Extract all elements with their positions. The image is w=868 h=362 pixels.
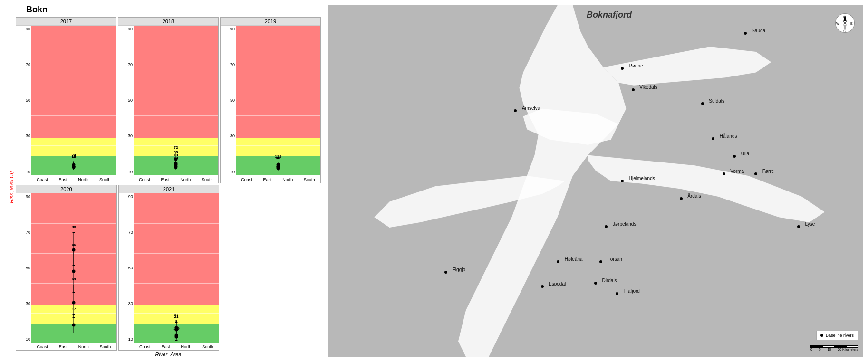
bottom-spacer — [221, 185, 321, 351]
chart-2018: 2018 90 70 50 30 10 — [118, 17, 219, 183]
svg-text:N: N — [843, 15, 846, 19]
map-place-label: Dirdals — [602, 278, 617, 283]
map-dot — [680, 197, 683, 200]
chart-header-2020: 2020 — [16, 185, 116, 193]
map-place-label: Amselva — [522, 105, 540, 111]
map-place-label: Hålands — [720, 133, 737, 139]
chart-2017: 2017 90 70 50 30 10 — [16, 17, 116, 183]
chart-inner-2017: 90 70 50 30 10 — [16, 26, 116, 183]
map-dot — [797, 225, 800, 228]
chart-2020: 2020 90 70 50 30 10 — [16, 185, 117, 351]
chart-plot-2018: 13551372 — [134, 26, 218, 176]
map-dot — [733, 155, 736, 158]
map-dot — [605, 225, 608, 228]
y-axis-2017: 90 70 50 30 10 — [16, 26, 31, 183]
legend-dot — [820, 334, 823, 337]
main-title: Bokn — [26, 5, 321, 15]
map-dot — [616, 292, 618, 295]
map-place-label: Frafjord — [623, 288, 639, 294]
chart-inner-2018: 90 70 50 30 10 — [118, 26, 218, 183]
xaxis-2017: Coast East North South — [31, 176, 116, 183]
map-dot — [744, 32, 747, 35]
y-axis-2019: 90 70 50 30 10 — [221, 26, 236, 183]
bottom-row: 2020 90 70 50 30 10 — [16, 185, 321, 351]
chart-inner-2021: 90 70 50 30 10 — [119, 193, 219, 351]
chart-plot-2021: 82127139 — [134, 193, 219, 343]
chart-2019: 2019 90 70 50 30 10 — [220, 17, 321, 183]
legend-box: Baseline rivers — [816, 331, 858, 340]
map-place-label: Hjelmelands — [629, 176, 655, 181]
xaxis-2018: Coast East North South — [134, 176, 218, 183]
chart-plot-2020: 17469869 — [31, 193, 116, 343]
charts-wrapper: Risk [95% CI] 2017 90 70 50 30 10 — [7, 17, 321, 357]
compass: W E N S — [834, 12, 856, 34]
map-place-label: Figgjo — [453, 267, 465, 272]
chart-header-2019: 2019 — [221, 18, 320, 26]
chart-header-2021: 2021 — [119, 185, 219, 193]
chart-header-2017: 2017 — [16, 18, 116, 26]
scale-bar: 0 5 10 20 Kilometers — [810, 344, 858, 351]
right-panel: Boknafjord W E N S — [323, 0, 868, 362]
svg-text:W: W — [836, 22, 839, 25]
svg-text:E: E — [850, 22, 853, 25]
map-dot — [621, 67, 624, 70]
svg-point-7 — [844, 22, 846, 24]
chart-2021: 2021 90 70 50 30 10 — [118, 185, 220, 351]
chart-plot-2019: 43037112 — [236, 26, 320, 176]
map-dot — [594, 282, 597, 285]
chart-plot-2017: 10143929 — [31, 26, 116, 176]
top-row: 2017 90 70 50 30 10 — [16, 17, 321, 183]
map-dot — [621, 180, 624, 182]
chart-inner-2020: 90 70 50 30 10 — [16, 193, 116, 351]
chart-inner-2019: 90 70 50 30 10 — [221, 26, 320, 183]
map-dot — [701, 102, 704, 105]
legend-label: Baseline rivers — [826, 333, 854, 338]
map-place-label: Høleåna — [565, 257, 583, 262]
map-place-label: Suldals — [709, 98, 724, 104]
y-axis-label: Risk [95% CI] — [9, 171, 14, 203]
map-dot — [632, 88, 635, 91]
map-place-label: Vikedals — [639, 85, 657, 90]
xaxis-2019: Coast East North South — [236, 176, 320, 183]
map-title: Boknafjord — [587, 10, 632, 20]
xaxis-2021: Coast East North South — [134, 343, 219, 350]
y-label-wrapper: Risk [95% CI] — [7, 17, 16, 357]
map-place-label: Espedal — [549, 281, 566, 286]
map-place-label: Årdals — [687, 193, 701, 199]
map-dot — [541, 285, 544, 288]
map-dot — [723, 172, 725, 175]
map-place-label: Ulla — [741, 151, 749, 156]
y-axis-2021: 90 70 50 30 10 — [119, 193, 134, 351]
map-place-label: Vorma — [730, 169, 744, 174]
y-axis-2018: 90 70 50 30 10 — [118, 26, 134, 183]
map-place-label: Rødne — [629, 63, 643, 68]
map-dot — [514, 109, 517, 112]
left-panel: Bokn Risk [95% CI] 2017 90 70 50 30 10 — [0, 0, 323, 362]
map-place-label: Jørpelands — [613, 221, 636, 227]
xaxis-2020: Coast East North South — [31, 343, 116, 350]
map-dot — [444, 271, 447, 274]
map-dot — [557, 260, 559, 263]
map-container: Boknafjord W E N S — [328, 5, 863, 357]
map-place-label: Lyse — [805, 221, 815, 227]
map-dot — [754, 172, 757, 175]
svg-text:S: S — [843, 29, 846, 33]
chart-header-2018: 2018 — [118, 18, 218, 26]
map-place-label: Sauda — [752, 28, 765, 33]
map-place-label: Førre — [762, 169, 774, 174]
map-dot — [599, 260, 602, 263]
map-dot — [712, 137, 714, 140]
y-axis-2020: 90 70 50 30 10 — [16, 193, 31, 351]
map-place-label: Forsan — [608, 257, 622, 262]
x-axis-label: River_Area — [16, 352, 321, 357]
